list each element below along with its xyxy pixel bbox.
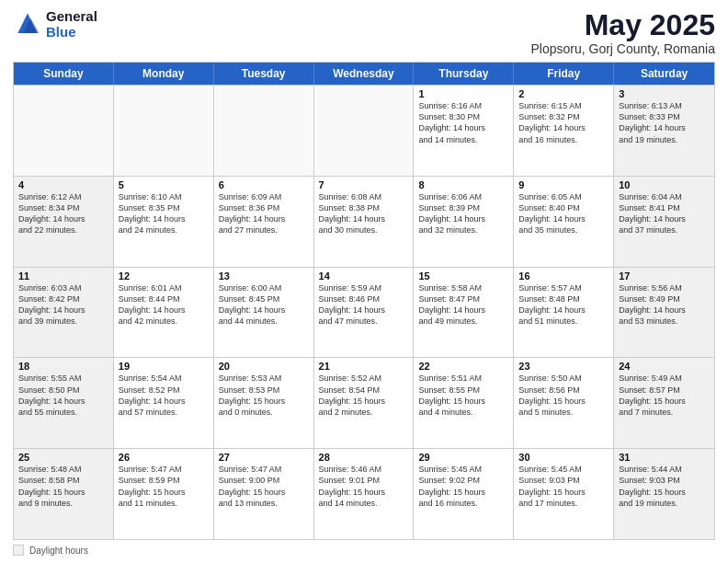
- day-info: Sunrise: 5:45 AM Sunset: 9:03 PM Dayligh…: [518, 464, 609, 509]
- day-header-monday: Monday: [114, 63, 214, 85]
- empty-cell-0-1: [114, 86, 214, 176]
- day-cell-28: 28Sunrise: 5:46 AM Sunset: 9:01 PM Dayli…: [314, 449, 415, 539]
- day-number: 7: [319, 179, 409, 190]
- day-info: Sunrise: 6:10 AM Sunset: 8:35 PM Dayligh…: [119, 191, 209, 236]
- day-number: 1: [418, 88, 508, 99]
- day-cell-14: 14Sunrise: 5:59 AM Sunset: 8:46 PM Dayli…: [314, 268, 415, 358]
- day-number: 31: [619, 452, 710, 463]
- location-subtitle: Plopsoru, Gorj County, Romania: [531, 41, 716, 56]
- day-number: 25: [18, 452, 108, 463]
- day-header-sunday: Sunday: [14, 63, 114, 85]
- logo-text: General Blue: [46, 9, 97, 40]
- day-info: Sunrise: 6:06 AM Sunset: 8:39 PM Dayligh…: [418, 191, 508, 236]
- day-cell-1: 1Sunrise: 6:16 AM Sunset: 8:30 PM Daylig…: [414, 86, 514, 176]
- day-cell-8: 8Sunrise: 6:06 AM Sunset: 8:39 PM Daylig…: [414, 177, 514, 267]
- day-number: 24: [619, 361, 710, 372]
- legend-box: [13, 545, 24, 556]
- day-info: Sunrise: 6:04 AM Sunset: 8:41 PM Dayligh…: [619, 191, 710, 236]
- day-info: Sunrise: 6:09 AM Sunset: 8:36 PM Dayligh…: [219, 191, 309, 236]
- day-number: 20: [219, 361, 309, 372]
- day-cell-17: 17Sunrise: 5:56 AM Sunset: 8:49 PM Dayli…: [614, 268, 714, 358]
- day-info: Sunrise: 5:46 AM Sunset: 9:01 PM Dayligh…: [319, 464, 409, 509]
- week-row-1: 1Sunrise: 6:16 AM Sunset: 8:30 PM Daylig…: [14, 85, 714, 176]
- day-cell-5: 5Sunrise: 6:10 AM Sunset: 8:35 PM Daylig…: [114, 177, 214, 267]
- day-cell-21: 21Sunrise: 5:52 AM Sunset: 8:54 PM Dayli…: [314, 358, 415, 448]
- page: General Blue May 2025 Plopsoru, Gorj Cou…: [0, 0, 728, 563]
- day-cell-26: 26Sunrise: 5:47 AM Sunset: 8:59 PM Dayli…: [114, 449, 214, 539]
- day-header-saturday: Saturday: [614, 63, 714, 85]
- week-row-5: 25Sunrise: 5:48 AM Sunset: 8:58 PM Dayli…: [14, 448, 714, 539]
- day-info: Sunrise: 5:59 AM Sunset: 8:46 PM Dayligh…: [319, 282, 409, 327]
- day-info: Sunrise: 5:57 AM Sunset: 8:48 PM Dayligh…: [518, 282, 609, 327]
- day-info: Sunrise: 5:47 AM Sunset: 8:59 PM Dayligh…: [119, 464, 209, 509]
- day-number: 28: [319, 452, 409, 463]
- day-cell-29: 29Sunrise: 5:45 AM Sunset: 9:02 PM Dayli…: [414, 449, 514, 539]
- day-number: 13: [219, 270, 309, 282]
- title-block: May 2025 Plopsoru, Gorj County, Romania: [531, 9, 716, 56]
- week-row-4: 18Sunrise: 5:55 AM Sunset: 8:50 PM Dayli…: [14, 357, 714, 448]
- logo-icon: [13, 10, 42, 40]
- day-cell-30: 30Sunrise: 5:45 AM Sunset: 9:03 PM Dayli…: [514, 449, 614, 539]
- day-info: Sunrise: 6:05 AM Sunset: 8:40 PM Dayligh…: [518, 191, 609, 236]
- day-cell-10: 10Sunrise: 6:04 AM Sunset: 8:41 PM Dayli…: [614, 177, 714, 267]
- day-number: 15: [418, 270, 508, 282]
- day-cell-23: 23Sunrise: 5:50 AM Sunset: 8:56 PM Dayli…: [514, 358, 614, 448]
- day-cell-15: 15Sunrise: 5:58 AM Sunset: 8:47 PM Dayli…: [414, 268, 514, 358]
- day-cell-22: 22Sunrise: 5:51 AM Sunset: 8:55 PM Dayli…: [414, 358, 514, 448]
- day-info: Sunrise: 5:48 AM Sunset: 8:58 PM Dayligh…: [18, 464, 108, 509]
- day-cell-20: 20Sunrise: 5:53 AM Sunset: 8:53 PM Dayli…: [214, 358, 314, 448]
- day-cell-2: 2Sunrise: 6:15 AM Sunset: 8:32 PM Daylig…: [514, 86, 614, 176]
- day-info: Sunrise: 5:54 AM Sunset: 8:52 PM Dayligh…: [119, 373, 209, 418]
- legend-label: Daylight hours: [29, 546, 88, 556]
- day-header-friday: Friday: [514, 63, 614, 85]
- calendar-header: SundayMondayTuesdayWednesdayThursdayFrid…: [14, 63, 714, 85]
- footer: Daylight hours: [13, 545, 715, 556]
- day-cell-27: 27Sunrise: 5:47 AM Sunset: 9:00 PM Dayli…: [214, 449, 314, 539]
- day-number: 26: [119, 452, 209, 463]
- day-info: Sunrise: 5:49 AM Sunset: 8:57 PM Dayligh…: [619, 373, 710, 418]
- day-number: 17: [619, 270, 710, 282]
- day-info: Sunrise: 5:56 AM Sunset: 8:49 PM Dayligh…: [619, 282, 710, 327]
- day-cell-11: 11Sunrise: 6:03 AM Sunset: 8:42 PM Dayli…: [14, 268, 114, 358]
- day-info: Sunrise: 6:00 AM Sunset: 8:45 PM Dayligh…: [219, 282, 309, 327]
- day-header-tuesday: Tuesday: [214, 63, 314, 85]
- day-number: 23: [518, 361, 609, 372]
- day-cell-7: 7Sunrise: 6:08 AM Sunset: 8:38 PM Daylig…: [314, 177, 415, 267]
- calendar: SundayMondayTuesdayWednesdayThursdayFrid…: [13, 62, 715, 540]
- logo: General Blue: [13, 9, 97, 40]
- empty-cell-0-0: [14, 86, 114, 176]
- day-header-wednesday: Wednesday: [314, 63, 415, 85]
- calendar-body: 1Sunrise: 6:16 AM Sunset: 8:30 PM Daylig…: [14, 85, 714, 539]
- day-number: 16: [518, 270, 609, 282]
- day-number: 30: [518, 452, 609, 463]
- day-info: Sunrise: 5:51 AM Sunset: 8:55 PM Dayligh…: [418, 373, 508, 418]
- day-info: Sunrise: 5:44 AM Sunset: 9:03 PM Dayligh…: [619, 464, 710, 509]
- day-info: Sunrise: 6:03 AM Sunset: 8:42 PM Dayligh…: [18, 282, 108, 327]
- day-number: 21: [319, 361, 409, 372]
- day-info: Sunrise: 5:58 AM Sunset: 8:47 PM Dayligh…: [418, 282, 508, 327]
- week-row-2: 4Sunrise: 6:12 AM Sunset: 8:34 PM Daylig…: [14, 176, 714, 267]
- day-info: Sunrise: 6:16 AM Sunset: 8:30 PM Dayligh…: [418, 100, 508, 145]
- day-info: Sunrise: 5:55 AM Sunset: 8:50 PM Dayligh…: [18, 373, 108, 418]
- day-info: Sunrise: 6:01 AM Sunset: 8:44 PM Dayligh…: [119, 282, 209, 327]
- month-title: May 2025: [531, 9, 716, 41]
- day-info: Sunrise: 6:12 AM Sunset: 8:34 PM Dayligh…: [18, 191, 108, 236]
- logo-blue: Blue: [46, 25, 97, 40]
- day-cell-31: 31Sunrise: 5:44 AM Sunset: 9:03 PM Dayli…: [614, 449, 714, 539]
- day-cell-18: 18Sunrise: 5:55 AM Sunset: 8:50 PM Dayli…: [14, 358, 114, 448]
- day-number: 11: [18, 270, 108, 282]
- day-info: Sunrise: 5:47 AM Sunset: 9:00 PM Dayligh…: [219, 464, 309, 509]
- day-cell-4: 4Sunrise: 6:12 AM Sunset: 8:34 PM Daylig…: [14, 177, 114, 267]
- day-cell-19: 19Sunrise: 5:54 AM Sunset: 8:52 PM Dayli…: [114, 358, 214, 448]
- day-number: 8: [418, 179, 508, 190]
- day-cell-25: 25Sunrise: 5:48 AM Sunset: 8:58 PM Dayli…: [14, 449, 114, 539]
- day-number: 10: [619, 179, 710, 190]
- day-number: 12: [119, 270, 209, 282]
- week-row-3: 11Sunrise: 6:03 AM Sunset: 8:42 PM Dayli…: [14, 267, 714, 358]
- day-cell-6: 6Sunrise: 6:09 AM Sunset: 8:36 PM Daylig…: [214, 177, 314, 267]
- day-header-thursday: Thursday: [414, 63, 514, 85]
- day-number: 22: [418, 361, 508, 372]
- day-cell-9: 9Sunrise: 6:05 AM Sunset: 8:40 PM Daylig…: [514, 177, 614, 267]
- day-info: Sunrise: 6:15 AM Sunset: 8:32 PM Dayligh…: [518, 100, 609, 145]
- day-cell-16: 16Sunrise: 5:57 AM Sunset: 8:48 PM Dayli…: [514, 268, 614, 358]
